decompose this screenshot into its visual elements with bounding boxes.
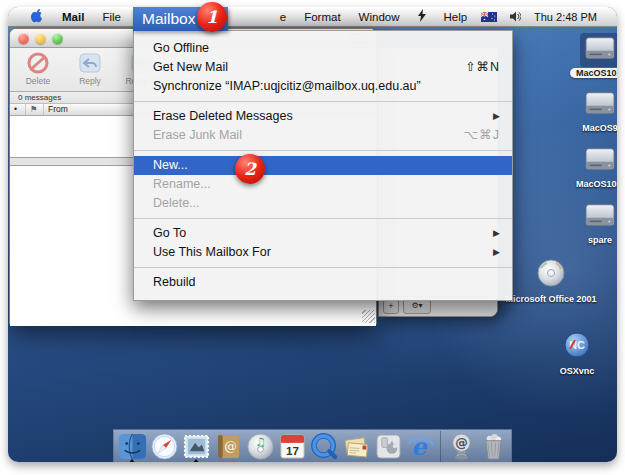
osxvnc-app-icon: NC bbox=[559, 329, 595, 365]
toolbar-button-label: Reply bbox=[79, 76, 101, 86]
menubar-status-area: Thu 2:48 PM bbox=[481, 11, 617, 23]
hard-drive-icon bbox=[580, 33, 617, 67]
menu-item-label: Rebuild bbox=[153, 273, 195, 292]
hard-drive-icon bbox=[580, 144, 617, 178]
dock-finder-icon[interactable] bbox=[117, 431, 147, 461]
apple-menu-icon[interactable] bbox=[22, 8, 53, 25]
dock-internet-explorer-icon[interactable]: e bbox=[405, 431, 435, 461]
menu-item-label: Go Offline bbox=[153, 39, 209, 58]
dock-system-preferences-icon[interactable] bbox=[373, 431, 403, 461]
screenshot-stage: Mail File Edit Vi e Format Window Help bbox=[0, 0, 625, 475]
dock-trash-icon[interactable] bbox=[478, 431, 508, 461]
menu-item-label: Use This Mailbox For bbox=[153, 243, 271, 262]
running-indicator bbox=[128, 459, 136, 462]
menubar-item-file[interactable]: File bbox=[93, 11, 130, 23]
svg-text:17: 17 bbox=[286, 444, 299, 457]
menu-item-erase-deleted-messages[interactable]: Erase Deleted Messages▶ bbox=[134, 107, 512, 126]
traffic-lights bbox=[18, 33, 63, 44]
desktop-icon-label: MacOS10.3 bbox=[570, 68, 617, 78]
bolt-icon bbox=[418, 9, 426, 22]
reply-icon bbox=[78, 51, 102, 75]
desktop-icon-label: OSXvnc bbox=[560, 366, 595, 376]
dock-address-book-icon[interactable]: @ bbox=[213, 431, 243, 461]
apple-logo-icon bbox=[31, 8, 44, 23]
menubar-item-format[interactable]: Format bbox=[295, 11, 349, 23]
menu-item-label: New... bbox=[153, 156, 188, 175]
resize-grip[interactable] bbox=[362, 310, 375, 323]
desktop-icon-label: MacOS9 bbox=[582, 123, 617, 133]
zoom-button[interactable] bbox=[52, 33, 63, 44]
dock-mail-classic-icon[interactable]: @ bbox=[446, 431, 476, 461]
submenu-arrow-icon: ▶ bbox=[493, 243, 500, 262]
step-1-badge: 1 bbox=[197, 2, 227, 32]
caret-down-icon: ▾ bbox=[419, 301, 423, 310]
menu-item-rebuild[interactable]: Rebuild bbox=[134, 273, 512, 292]
menu-item-label: Get New Mail bbox=[153, 58, 228, 77]
menu-item-label: Go To bbox=[153, 224, 186, 243]
menubar-clock[interactable]: Thu 2:48 PM bbox=[534, 11, 597, 23]
menu-separator bbox=[134, 218, 512, 219]
hard-drive-icon bbox=[580, 200, 617, 234]
svg-text:@: @ bbox=[455, 434, 468, 449]
running-indicator bbox=[192, 459, 200, 462]
column-flag[interactable]: ⚑ bbox=[26, 104, 44, 115]
menu-item-get-new-mail[interactable]: Get New Mail⇧⌘N bbox=[134, 58, 512, 77]
desktop-icon-macos9[interactable]: MacOS9 bbox=[568, 88, 617, 133]
menu-item-new[interactable]: New... bbox=[134, 156, 512, 175]
desktop-icon-macos103[interactable]: MacOS10.3 bbox=[568, 33, 617, 78]
svg-text:@: @ bbox=[224, 439, 237, 454]
submenu-arrow-icon: ▶ bbox=[493, 224, 500, 243]
menu-item-synchronize[interactable]: Synchronize “IMAP:uqjcitiz@mailbox.uq.ed… bbox=[134, 77, 512, 96]
menubar-item-window[interactable]: Window bbox=[350, 11, 409, 23]
menu-separator bbox=[134, 267, 512, 268]
menu-item-label: Erase Junk Mail bbox=[153, 126, 242, 145]
menu-item-delete[interactable]: Delete... bbox=[134, 194, 512, 213]
minimize-button[interactable] bbox=[35, 33, 46, 44]
cd-disc-icon bbox=[533, 257, 569, 293]
dock-ical-icon[interactable]: 17 bbox=[277, 431, 307, 461]
svg-text:e: e bbox=[410, 432, 427, 461]
menubar-item-help[interactable]: Help bbox=[435, 11, 477, 23]
column-read-status[interactable]: • bbox=[10, 104, 26, 115]
hard-drive-icon bbox=[580, 88, 617, 122]
menu-item-label: Delete... bbox=[153, 194, 200, 213]
submenu-arrow-icon: ▶ bbox=[493, 107, 500, 126]
dock-mail-icon[interactable] bbox=[181, 431, 211, 461]
menu-item-label: Rename... bbox=[153, 175, 211, 194]
menu-item-go-offline[interactable]: Go Offline bbox=[134, 39, 512, 58]
desktop-icon-label: spare bbox=[588, 235, 612, 245]
delete-button[interactable]: Delete bbox=[16, 51, 60, 86]
menu-shortcut: ⇧⌘N bbox=[465, 58, 500, 77]
menu-separator bbox=[134, 150, 512, 151]
volume-icon[interactable] bbox=[510, 11, 521, 22]
close-button[interactable] bbox=[18, 33, 29, 44]
menu-shortcut: ⌥⌘J bbox=[464, 126, 500, 145]
add-mailbox-button[interactable]: + bbox=[383, 299, 399, 314]
menu-separator bbox=[134, 101, 512, 102]
menu-item-rename[interactable]: Rename... bbox=[134, 175, 512, 194]
australia-flag-icon[interactable] bbox=[481, 12, 497, 22]
dock-letters-icon[interactable] bbox=[341, 431, 371, 461]
dock-itunes-icon[interactable]: ♫ bbox=[245, 431, 275, 461]
desktop-icon-osxvnc[interactable]: NC OSXvnc bbox=[545, 329, 609, 376]
script-menu-icon[interactable] bbox=[409, 9, 435, 24]
gear-icon: ⚙ bbox=[411, 301, 418, 310]
desktop-icon-macos102[interactable]: MacOS10.2 bbox=[568, 144, 617, 189]
dock: @ ♫ 17 bbox=[113, 429, 512, 462]
menu-item-label: Synchronize “IMAP:uqjcitiz@mailbox.uq.ed… bbox=[153, 77, 421, 96]
menu-item-erase-junk-mail[interactable]: Erase Junk Mail⌥⌘J bbox=[134, 126, 512, 145]
reply-button[interactable]: Reply bbox=[68, 51, 112, 86]
action-gear-button[interactable]: ⚙▾ bbox=[403, 299, 431, 314]
menu-item-label: Erase Deleted Messages bbox=[153, 107, 293, 126]
dock-quicktime-icon[interactable] bbox=[309, 431, 339, 461]
menu-item-use-this-mailbox-for[interactable]: Use This Mailbox For▶ bbox=[134, 243, 512, 262]
dock-safari-icon[interactable] bbox=[149, 431, 179, 461]
desktop-icon-spare[interactable]: spare bbox=[568, 200, 617, 245]
toolbar-button-label: Delete bbox=[26, 76, 51, 86]
menu-item-go-to[interactable]: Go To▶ bbox=[134, 224, 512, 243]
mailbox-dropdown-menu: Go Offline Get New Mail⇧⌘N Synchronize “… bbox=[133, 30, 513, 301]
desktop-icon-label: Microsoft Office 2001 bbox=[505, 294, 596, 304]
desktop-icon-label: MacOS10.2 bbox=[576, 179, 617, 189]
menubar-item-mail[interactable]: Mail bbox=[53, 11, 93, 23]
menubar-item-message-clipped[interactable]: e bbox=[271, 11, 295, 23]
